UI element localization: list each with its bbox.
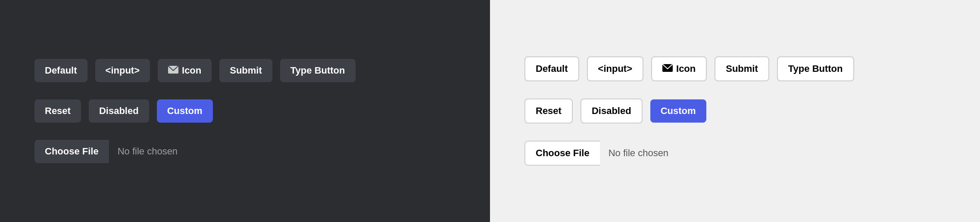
- dark-panel: Default <input> Icon Submit Type Button …: [0, 0, 490, 222]
- envelope-icon: [168, 65, 178, 76]
- light-choose-file-button[interactable]: Choose File: [524, 141, 600, 166]
- light-typebutton-label: Type Button: [788, 63, 843, 74]
- light-reset-button[interactable]: Reset: [524, 99, 573, 123]
- light-disabled-label: Disabled: [592, 105, 631, 117]
- dark-default-button[interactable]: Default: [34, 59, 87, 82]
- light-submit-label: Submit: [726, 63, 758, 74]
- light-reset-label: Reset: [536, 105, 562, 117]
- dark-file-input-wrap: Choose File No file chosen: [34, 140, 186, 163]
- dark-row-3: Choose File No file chosen: [34, 140, 186, 163]
- dark-input-label: <input>: [106, 65, 140, 76]
- dark-no-file-text: No file chosen: [109, 140, 186, 163]
- dark-reset-button[interactable]: Reset: [34, 99, 81, 123]
- dark-input-button[interactable]: <input>: [95, 59, 150, 82]
- light-icon-button[interactable]: Icon: [651, 56, 707, 81]
- light-choose-file-label: Choose File: [536, 148, 590, 158]
- dark-typebutton-button[interactable]: Type Button: [280, 59, 356, 82]
- dark-disabled-button[interactable]: Disabled: [89, 99, 149, 123]
- light-default-label: Default: [536, 63, 568, 74]
- dark-custom-button[interactable]: Custom: [157, 99, 213, 123]
- dark-reset-label: Reset: [45, 105, 71, 117]
- light-row-2: Reset Disabled Custom: [524, 99, 706, 123]
- dark-default-label: Default: [45, 65, 77, 76]
- light-custom-label: Custom: [661, 105, 696, 117]
- light-file-input-wrap: Choose File No file chosen: [524, 141, 677, 166]
- light-submit-button[interactable]: Submit: [715, 56, 769, 81]
- dark-custom-label: Custom: [167, 105, 203, 117]
- envelope-icon: [662, 63, 673, 74]
- dark-disabled-label: Disabled: [99, 105, 139, 117]
- light-panel: Default <input> Icon Submit Type Button …: [490, 0, 980, 222]
- dark-icon-button[interactable]: Icon: [158, 59, 212, 82]
- dark-choose-file-label: Choose File: [45, 146, 99, 157]
- light-default-button[interactable]: Default: [524, 56, 579, 81]
- light-disabled-button[interactable]: Disabled: [581, 99, 643, 123]
- light-icon-label: Icon: [676, 63, 696, 74]
- light-custom-button[interactable]: Custom: [650, 99, 706, 123]
- light-row-3: Choose File No file chosen: [524, 141, 677, 166]
- dark-submit-label: Submit: [230, 65, 262, 76]
- light-no-file-text: No file chosen: [600, 142, 677, 165]
- light-input-label: <input>: [598, 63, 632, 74]
- light-row-1: Default <input> Icon Submit Type Button: [524, 56, 854, 81]
- dark-icon-label: Icon: [182, 65, 201, 76]
- dark-typebutton-label: Type Button: [290, 65, 345, 76]
- dark-choose-file-button[interactable]: Choose File: [34, 140, 109, 163]
- light-typebutton-button[interactable]: Type Button: [777, 56, 854, 81]
- light-input-button[interactable]: <input>: [587, 56, 643, 81]
- dark-row-2: Reset Disabled Custom: [34, 99, 213, 123]
- dark-row-1: Default <input> Icon Submit Type Button: [34, 59, 356, 82]
- dark-submit-button[interactable]: Submit: [219, 59, 272, 82]
